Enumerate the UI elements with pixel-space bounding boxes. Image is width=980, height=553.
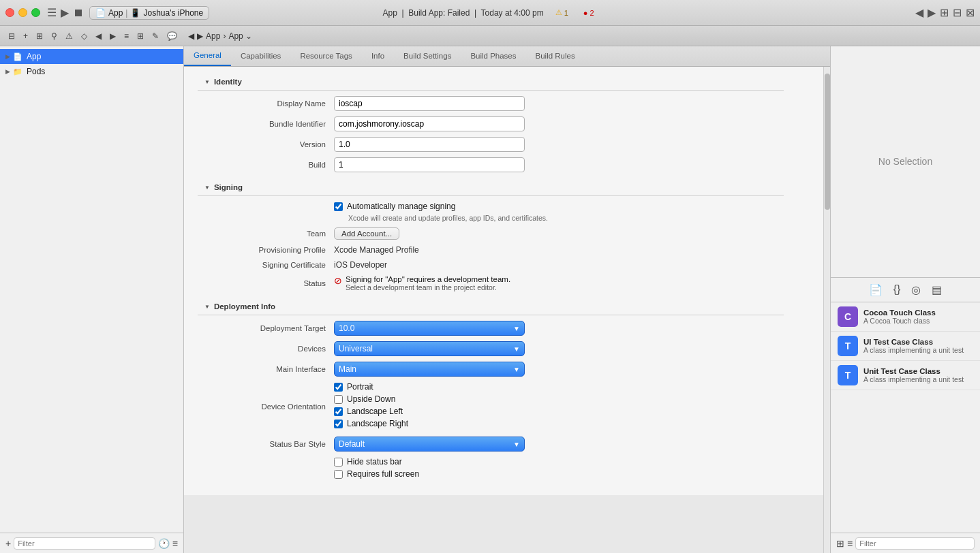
tab-build-settings[interactable]: Build Settings [394, 46, 461, 66]
filter-btn[interactable]: ⚲ [48, 30, 60, 42]
upside-down-label[interactable]: Upside Down [334, 394, 538, 404]
landscape-right-label[interactable]: Landscape Right [334, 419, 538, 428]
minimize-button[interactable] [18, 8, 27, 17]
main-interface-select[interactable]: Main ▼ [334, 362, 525, 377]
cocoa-touch-text: Cocoa Touch Class A Cocoa Touch class [863, 309, 936, 325]
auto-sign-label[interactable]: Automatically manage signing [334, 202, 607, 211]
add-account-button[interactable]: Add Account... [334, 227, 399, 240]
error-circle-icon: ⊘ [334, 275, 342, 286]
identity-section-header: ▼ Identity [198, 74, 784, 91]
auto-sign-control: Automatically manage signing Xcode will … [334, 202, 607, 222]
add-btn[interactable]: + [20, 30, 31, 42]
error-icon: ● [583, 9, 588, 17]
sidebar-filter-input[interactable] [14, 537, 155, 550]
sidebar-list-btn[interactable]: ≡ [172, 538, 178, 549]
identity-toggle[interactable]: ▼ [204, 79, 210, 85]
layout-2-button[interactable]: ⊟ [953, 6, 962, 19]
bundle-id-control [334, 116, 525, 131]
grid-btn[interactable]: ⊞ [134, 30, 147, 42]
portrait-checkbox[interactable] [334, 383, 343, 392]
fullscreen-button[interactable] [31, 8, 40, 17]
requires-full-screen-label[interactable]: Requires full screen [334, 469, 538, 479]
deployment-target-control: 10.0 ▼ [334, 321, 525, 336]
bookmark-btn[interactable]: ◇ [78, 30, 90, 42]
tab-general[interactable]: General [184, 46, 231, 66]
build-status-area: App | Build App: Failed | Today at 4:00 … [382, 7, 597, 18]
upside-down-checkbox[interactable] [334, 395, 343, 404]
signing-cert-control: iOS Developer [334, 260, 525, 270]
display-name-input[interactable] [334, 96, 525, 111]
scrollbar-thumb[interactable] [825, 74, 830, 210]
status-bar-style-control: Default ▼ [334, 437, 525, 452]
auto-sign-checkbox[interactable] [334, 202, 343, 211]
auto-sign-text: Automatically manage signing [347, 202, 455, 211]
devices-select[interactable]: Universal ▼ [334, 341, 525, 356]
status-bar-style-select[interactable]: Default ▼ [334, 437, 525, 452]
display-name-row: Display Name [198, 96, 784, 111]
layout-1-button[interactable]: ⊞ [940, 6, 949, 19]
tab-build-rules[interactable]: Build Rules [526, 46, 585, 66]
warning-nav[interactable]: ⚠ [63, 30, 76, 42]
rp-circle-icon[interactable]: ◎ [911, 283, 921, 296]
run-button[interactable]: ▶ [61, 6, 69, 19]
hide-status-label[interactable]: Hide status bar [334, 457, 538, 467]
nav-forward-button[interactable]: ▶ [928, 6, 936, 19]
deployment-target-select[interactable]: 10.0 ▼ [334, 321, 525, 336]
rp-file-icon[interactable]: 📄 [869, 283, 883, 296]
device-icon: 📱 [130, 8, 140, 18]
rp-grid-btn[interactable]: ⊞ [836, 538, 844, 549]
team-control: Add Account... [334, 227, 525, 240]
tab-info[interactable]: Info [362, 46, 394, 66]
forward-btn2[interactable]: ▶ [107, 30, 119, 42]
landscape-right-checkbox[interactable] [334, 420, 343, 428]
signing-toggle[interactable]: ▼ [204, 185, 210, 191]
version-input[interactable] [334, 137, 525, 152]
sidebar-clock-btn[interactable]: 🕐 [158, 538, 170, 549]
portrait-label[interactable]: Portrait [334, 382, 538, 392]
unit-test-desc: A class implementing a unit test [863, 375, 964, 383]
landscape-left-label[interactable]: Landscape Left [334, 407, 538, 416]
tab-resource-tags[interactable]: Resource Tags [290, 46, 362, 66]
back-btn2[interactable]: ◀ [93, 30, 104, 42]
main-interface-label: Main Interface [198, 365, 334, 373]
close-button[interactable] [5, 8, 14, 17]
deployment-section-header: ▼ Deployment Info [198, 298, 784, 315]
auto-sign-desc: Xcode will create and update profiles, a… [348, 214, 607, 222]
nav-back-button[interactable]: ◀ [915, 6, 923, 19]
landscape-left-checkbox[interactable] [334, 407, 343, 416]
main-layout: ▶ 📄 App ▶ 📁 Pods + 🕐 ≡ General Capabilit… [0, 46, 980, 553]
ui-test-icon: T [838, 336, 858, 356]
scheme-selector[interactable]: 📄 App | 📱 Joshua's iPhone [89, 6, 209, 20]
status-bar-style-label: Status Bar Style [198, 440, 334, 448]
build-input[interactable] [334, 157, 525, 172]
team-label: Team [198, 230, 334, 238]
requires-full-screen-checkbox[interactable] [334, 470, 343, 479]
stop-button[interactable]: ⏹ [73, 7, 84, 19]
sidebar-add-btn[interactable]: + [5, 538, 11, 549]
rp-filter-input[interactable] [855, 537, 975, 550]
deployment-toggle[interactable]: ▼ [204, 304, 210, 310]
scope-btn[interactable]: ⊞ [33, 30, 46, 42]
sidebar-hide-btn[interactable]: ⊟ [5, 30, 18, 42]
rp-code-icon[interactable]: {} [893, 283, 901, 296]
status-error-text: Signing for "App" requires a development… [346, 275, 510, 283]
bundle-id-input[interactable] [334, 116, 525, 131]
ui-test-desc: A class implementing a unit test [863, 346, 964, 354]
sidebar-item-app[interactable]: ▶ 📄 App [0, 49, 183, 64]
layout-3-button[interactable]: ⊠ [966, 6, 975, 19]
sidebar-footer: + 🕐 ≡ [0, 533, 183, 553]
vertical-scrollbar[interactable] [823, 67, 830, 553]
sidebar-toggle-app: ▶ [5, 53, 10, 60]
rp-table-icon[interactable]: ▤ [932, 283, 942, 296]
tab-build-phases[interactable]: Build Phases [461, 46, 525, 66]
edit-btn[interactable]: ✎ [149, 30, 162, 42]
rp-list-btn[interactable]: ≡ [847, 538, 853, 549]
list-btn[interactable]: ≡ [121, 30, 132, 42]
hide-status-checkbox[interactable] [334, 458, 343, 467]
assistant-btn[interactable]: 💬 [164, 30, 180, 42]
tab-capabilities[interactable]: Capabilities [231, 46, 290, 66]
sidebar-item-pods[interactable]: ▶ 📁 Pods [0, 64, 183, 79]
hide-status-text: Hide status bar [347, 457, 402, 467]
auto-sign-row: Automatically manage signing Xcode will … [198, 202, 784, 222]
sidebar-toggle[interactable]: ☰ [47, 6, 57, 19]
